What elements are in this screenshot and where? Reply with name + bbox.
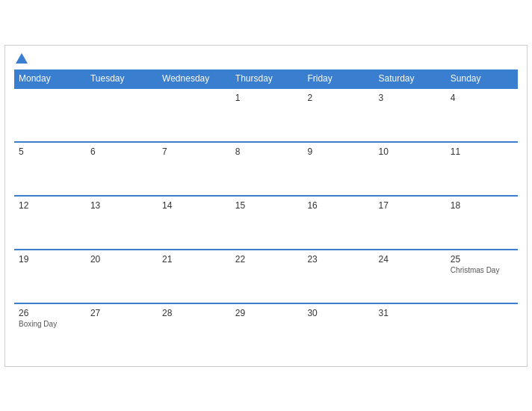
calendar-day-cell xyxy=(158,88,231,142)
calendar-day-cell: 5 xyxy=(14,142,86,196)
weekday-header-monday: Monday xyxy=(14,69,86,88)
day-number: 11 xyxy=(451,146,513,157)
day-number: 2 xyxy=(307,93,369,103)
calendar-day-cell: 17 xyxy=(374,196,445,250)
day-number: 10 xyxy=(378,146,441,157)
day-number: 14 xyxy=(162,200,226,211)
calendar-day-cell: 9 xyxy=(303,142,374,196)
calendar-day-cell: 6 xyxy=(86,142,158,196)
calendar-day-cell: 12 xyxy=(14,196,86,250)
holiday-name: Christmas Day xyxy=(451,266,513,274)
calendar-day-cell: 13 xyxy=(86,196,158,250)
day-number: 29 xyxy=(235,308,299,318)
calendar-week-row: 1234 xyxy=(14,88,518,142)
weekday-header-saturday: Saturday xyxy=(374,69,445,88)
calendar-day-cell: 29 xyxy=(231,303,303,357)
calendar-container: MondayTuesdayWednesdayThursdayFridaySatu… xyxy=(4,45,528,367)
day-number: 1 xyxy=(235,93,299,103)
day-number: 12 xyxy=(19,200,81,211)
calendar-week-row: 26Boxing Day2728293031 xyxy=(14,303,518,357)
calendar-week-row: 567891011 xyxy=(14,142,518,196)
calendar-day-cell: 22 xyxy=(231,250,303,303)
calendar-day-cell: 27 xyxy=(86,303,158,357)
calendar-day-cell: 24 xyxy=(374,250,445,303)
weekday-header-tuesday: Tuesday xyxy=(86,69,158,88)
logo xyxy=(14,53,28,64)
weekday-header-row: MondayTuesdayWednesdayThursdayFridaySatu… xyxy=(14,69,518,88)
day-number: 4 xyxy=(451,93,513,103)
weekday-header-thursday: Thursday xyxy=(231,69,303,88)
calendar-day-cell: 2 xyxy=(303,88,374,142)
day-number: 22 xyxy=(235,254,299,265)
calendar-week-row: 19202122232425Christmas Day xyxy=(14,250,518,303)
day-number: 23 xyxy=(307,254,369,265)
calendar-day-cell: 3 xyxy=(374,88,445,142)
day-number: 27 xyxy=(90,308,153,318)
day-number: 15 xyxy=(235,200,299,211)
day-number: 18 xyxy=(451,200,513,211)
day-number: 21 xyxy=(162,254,226,265)
weekday-header-wednesday: Wednesday xyxy=(158,69,231,88)
calendar-day-cell: 23 xyxy=(303,250,374,303)
calendar-day-cell: 4 xyxy=(446,88,518,142)
day-number: 17 xyxy=(378,200,441,211)
day-number: 24 xyxy=(378,254,441,265)
calendar-week-row: 12131415161718 xyxy=(14,196,518,250)
logo-triangle-icon xyxy=(16,53,28,64)
day-number: 3 xyxy=(378,93,441,103)
day-number: 20 xyxy=(90,254,153,265)
day-number: 16 xyxy=(307,200,369,211)
calendar-day-cell: 28 xyxy=(158,303,231,357)
calendar-day-cell: 21 xyxy=(158,250,231,303)
calendar-day-cell: 20 xyxy=(86,250,158,303)
weekday-header-friday: Friday xyxy=(303,69,374,88)
day-number: 25 xyxy=(451,254,513,265)
calendar-day-cell xyxy=(14,88,86,142)
day-number: 9 xyxy=(307,146,369,157)
calendar-day-cell: 7 xyxy=(158,142,231,196)
calendar-table: MondayTuesdayWednesdayThursdayFridaySatu… xyxy=(14,69,518,357)
day-number: 31 xyxy=(378,308,441,318)
day-number: 6 xyxy=(90,146,153,157)
calendar-day-cell: 8 xyxy=(231,142,303,196)
calendar-day-cell: 14 xyxy=(158,196,231,250)
calendar-body: 1234567891011121314151617181920212223242… xyxy=(14,88,518,357)
calendar-day-cell: 18 xyxy=(446,196,518,250)
calendar-day-cell: 19 xyxy=(14,250,86,303)
calendar-day-cell: 26Boxing Day xyxy=(14,303,86,357)
day-number: 28 xyxy=(162,308,226,318)
calendar-thead: MondayTuesdayWednesdayThursdayFridaySatu… xyxy=(14,69,518,88)
day-number: 30 xyxy=(307,308,369,318)
day-number: 13 xyxy=(90,200,153,211)
holiday-name: Boxing Day xyxy=(19,320,81,328)
calendar-day-cell xyxy=(86,88,158,142)
calendar-header xyxy=(14,53,518,64)
calendar-day-cell: 25Christmas Day xyxy=(446,250,518,303)
day-number: 19 xyxy=(19,254,81,265)
calendar-day-cell: 10 xyxy=(374,142,445,196)
day-number: 26 xyxy=(19,308,81,318)
calendar-day-cell: 1 xyxy=(231,88,303,142)
weekday-header-sunday: Sunday xyxy=(446,69,518,88)
calendar-day-cell: 31 xyxy=(374,303,445,357)
calendar-day-cell: 16 xyxy=(303,196,374,250)
day-number: 7 xyxy=(162,146,226,157)
day-number: 8 xyxy=(235,146,299,157)
calendar-day-cell: 30 xyxy=(303,303,374,357)
day-number: 5 xyxy=(19,146,81,157)
calendar-day-cell: 15 xyxy=(231,196,303,250)
calendar-day-cell xyxy=(446,303,518,357)
calendar-day-cell: 11 xyxy=(446,142,518,196)
